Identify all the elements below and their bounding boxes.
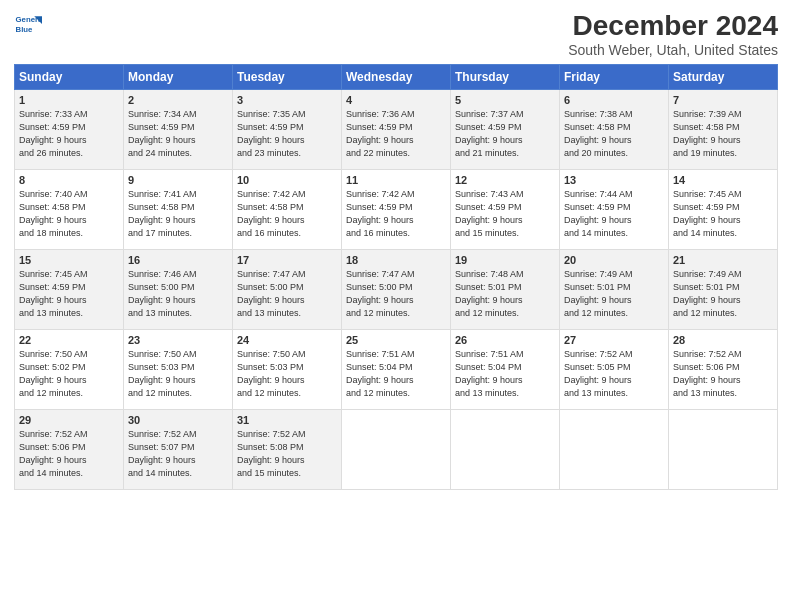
day-cell: 5Sunrise: 7:37 AM Sunset: 4:59 PM Daylig… (451, 90, 560, 170)
day-number: 30 (128, 414, 228, 426)
day-cell: 9Sunrise: 7:41 AM Sunset: 4:58 PM Daylig… (124, 170, 233, 250)
week-row-2: 8Sunrise: 7:40 AM Sunset: 4:58 PM Daylig… (15, 170, 778, 250)
calendar-header: Sunday Monday Tuesday Wednesday Thursday… (15, 65, 778, 90)
day-info: Sunrise: 7:51 AM Sunset: 5:04 PM Dayligh… (346, 348, 446, 400)
day-number: 15 (19, 254, 119, 266)
day-number: 21 (673, 254, 773, 266)
day-info: Sunrise: 7:52 AM Sunset: 5:07 PM Dayligh… (128, 428, 228, 480)
day-number: 18 (346, 254, 446, 266)
day-cell (560, 410, 669, 490)
day-info: Sunrise: 7:50 AM Sunset: 5:02 PM Dayligh… (19, 348, 119, 400)
day-number: 25 (346, 334, 446, 346)
day-info: Sunrise: 7:47 AM Sunset: 5:00 PM Dayligh… (346, 268, 446, 320)
day-cell: 1Sunrise: 7:33 AM Sunset: 4:59 PM Daylig… (15, 90, 124, 170)
day-number: 3 (237, 94, 337, 106)
day-cell: 27Sunrise: 7:52 AM Sunset: 5:05 PM Dayli… (560, 330, 669, 410)
day-info: Sunrise: 7:38 AM Sunset: 4:58 PM Dayligh… (564, 108, 664, 160)
day-cell: 8Sunrise: 7:40 AM Sunset: 4:58 PM Daylig… (15, 170, 124, 250)
title-block: December 2024 South Weber, Utah, United … (568, 10, 778, 58)
day-cell: 16Sunrise: 7:46 AM Sunset: 5:00 PM Dayli… (124, 250, 233, 330)
day-info: Sunrise: 7:50 AM Sunset: 5:03 PM Dayligh… (128, 348, 228, 400)
day-info: Sunrise: 7:52 AM Sunset: 5:06 PM Dayligh… (673, 348, 773, 400)
day-number: 4 (346, 94, 446, 106)
day-cell: 23Sunrise: 7:50 AM Sunset: 5:03 PM Dayli… (124, 330, 233, 410)
day-cell: 2Sunrise: 7:34 AM Sunset: 4:59 PM Daylig… (124, 90, 233, 170)
week-row-5: 29Sunrise: 7:52 AM Sunset: 5:06 PM Dayli… (15, 410, 778, 490)
day-number: 17 (237, 254, 337, 266)
week-row-1: 1Sunrise: 7:33 AM Sunset: 4:59 PM Daylig… (15, 90, 778, 170)
day-cell: 29Sunrise: 7:52 AM Sunset: 5:06 PM Dayli… (15, 410, 124, 490)
day-info: Sunrise: 7:46 AM Sunset: 5:00 PM Dayligh… (128, 268, 228, 320)
day-info: Sunrise: 7:44 AM Sunset: 4:59 PM Dayligh… (564, 188, 664, 240)
day-info: Sunrise: 7:51 AM Sunset: 5:04 PM Dayligh… (455, 348, 555, 400)
day-cell: 7Sunrise: 7:39 AM Sunset: 4:58 PM Daylig… (669, 90, 778, 170)
day-info: Sunrise: 7:47 AM Sunset: 5:00 PM Dayligh… (237, 268, 337, 320)
day-cell: 18Sunrise: 7:47 AM Sunset: 5:00 PM Dayli… (342, 250, 451, 330)
day-info: Sunrise: 7:37 AM Sunset: 4:59 PM Dayligh… (455, 108, 555, 160)
day-info: Sunrise: 7:52 AM Sunset: 5:08 PM Dayligh… (237, 428, 337, 480)
day-info: Sunrise: 7:50 AM Sunset: 5:03 PM Dayligh… (237, 348, 337, 400)
col-wednesday: Wednesday (342, 65, 451, 90)
day-number: 28 (673, 334, 773, 346)
day-number: 8 (19, 174, 119, 186)
day-cell: 6Sunrise: 7:38 AM Sunset: 4:58 PM Daylig… (560, 90, 669, 170)
day-number: 13 (564, 174, 664, 186)
day-cell: 12Sunrise: 7:43 AM Sunset: 4:59 PM Dayli… (451, 170, 560, 250)
header-row: Sunday Monday Tuesday Wednesday Thursday… (15, 65, 778, 90)
day-cell: 15Sunrise: 7:45 AM Sunset: 4:59 PM Dayli… (15, 250, 124, 330)
day-cell: 24Sunrise: 7:50 AM Sunset: 5:03 PM Dayli… (233, 330, 342, 410)
day-number: 14 (673, 174, 773, 186)
day-number: 20 (564, 254, 664, 266)
day-number: 6 (564, 94, 664, 106)
col-tuesday: Tuesday (233, 65, 342, 90)
day-number: 22 (19, 334, 119, 346)
day-cell: 28Sunrise: 7:52 AM Sunset: 5:06 PM Dayli… (669, 330, 778, 410)
day-number: 23 (128, 334, 228, 346)
day-cell (451, 410, 560, 490)
day-cell: 21Sunrise: 7:49 AM Sunset: 5:01 PM Dayli… (669, 250, 778, 330)
day-cell (342, 410, 451, 490)
day-info: Sunrise: 7:48 AM Sunset: 5:01 PM Dayligh… (455, 268, 555, 320)
day-info: Sunrise: 7:33 AM Sunset: 4:59 PM Dayligh… (19, 108, 119, 160)
day-number: 19 (455, 254, 555, 266)
day-cell: 4Sunrise: 7:36 AM Sunset: 4:59 PM Daylig… (342, 90, 451, 170)
day-cell: 17Sunrise: 7:47 AM Sunset: 5:00 PM Dayli… (233, 250, 342, 330)
week-row-3: 15Sunrise: 7:45 AM Sunset: 4:59 PM Dayli… (15, 250, 778, 330)
day-number: 16 (128, 254, 228, 266)
day-cell: 14Sunrise: 7:45 AM Sunset: 4:59 PM Dayli… (669, 170, 778, 250)
day-cell (669, 410, 778, 490)
day-info: Sunrise: 7:43 AM Sunset: 4:59 PM Dayligh… (455, 188, 555, 240)
subtitle: South Weber, Utah, United States (568, 42, 778, 58)
logo: General Blue (14, 10, 42, 38)
week-row-4: 22Sunrise: 7:50 AM Sunset: 5:02 PM Dayli… (15, 330, 778, 410)
day-cell: 25Sunrise: 7:51 AM Sunset: 5:04 PM Dayli… (342, 330, 451, 410)
header: General Blue December 2024 South Weber, … (14, 10, 778, 58)
day-cell: 11Sunrise: 7:42 AM Sunset: 4:59 PM Dayli… (342, 170, 451, 250)
day-info: Sunrise: 7:42 AM Sunset: 4:59 PM Dayligh… (346, 188, 446, 240)
day-number: 24 (237, 334, 337, 346)
day-cell: 31Sunrise: 7:52 AM Sunset: 5:08 PM Dayli… (233, 410, 342, 490)
svg-text:Blue: Blue (16, 25, 34, 34)
day-info: Sunrise: 7:49 AM Sunset: 5:01 PM Dayligh… (564, 268, 664, 320)
col-friday: Friday (560, 65, 669, 90)
logo-icon: General Blue (14, 10, 42, 38)
day-cell: 20Sunrise: 7:49 AM Sunset: 5:01 PM Dayli… (560, 250, 669, 330)
day-number: 5 (455, 94, 555, 106)
day-number: 10 (237, 174, 337, 186)
day-info: Sunrise: 7:42 AM Sunset: 4:58 PM Dayligh… (237, 188, 337, 240)
day-number: 1 (19, 94, 119, 106)
col-thursday: Thursday (451, 65, 560, 90)
day-number: 26 (455, 334, 555, 346)
day-info: Sunrise: 7:45 AM Sunset: 4:59 PM Dayligh… (19, 268, 119, 320)
col-sunday: Sunday (15, 65, 124, 90)
day-cell: 3Sunrise: 7:35 AM Sunset: 4:59 PM Daylig… (233, 90, 342, 170)
day-info: Sunrise: 7:52 AM Sunset: 5:06 PM Dayligh… (19, 428, 119, 480)
day-number: 29 (19, 414, 119, 426)
col-saturday: Saturday (669, 65, 778, 90)
day-info: Sunrise: 7:40 AM Sunset: 4:58 PM Dayligh… (19, 188, 119, 240)
day-info: Sunrise: 7:39 AM Sunset: 4:58 PM Dayligh… (673, 108, 773, 160)
day-info: Sunrise: 7:52 AM Sunset: 5:05 PM Dayligh… (564, 348, 664, 400)
day-info: Sunrise: 7:35 AM Sunset: 4:59 PM Dayligh… (237, 108, 337, 160)
day-number: 9 (128, 174, 228, 186)
day-cell: 22Sunrise: 7:50 AM Sunset: 5:02 PM Dayli… (15, 330, 124, 410)
